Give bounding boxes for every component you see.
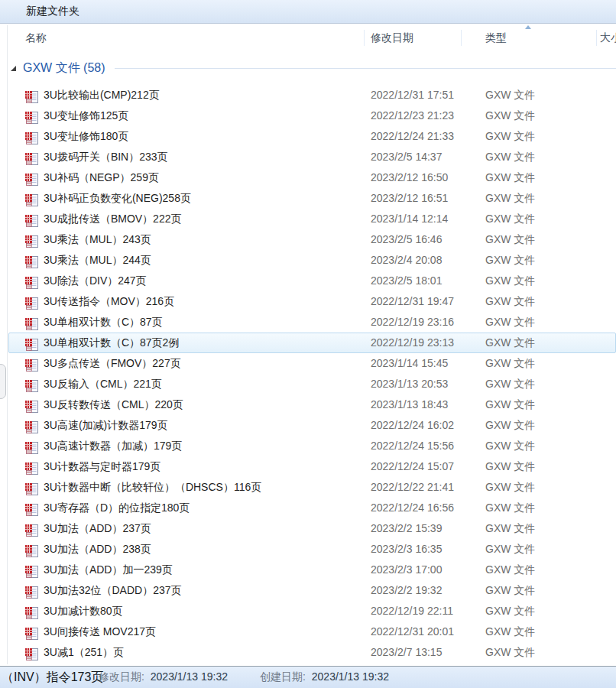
file-name: 3U反输入（CML）221页 — [44, 375, 162, 394]
file-modified-date: 2023/2/7 13:15 — [371, 643, 442, 662]
file-type: GXW 文件 — [485, 209, 535, 229]
group-header[interactable]: GXW 文件 (58) — [0, 55, 616, 81]
address-bar[interactable]: 新建文件夹 — [0, 0, 616, 24]
file-type: GXW 文件 — [485, 498, 535, 518]
breadcrumb-folder[interactable]: 新建文件夹 — [26, 5, 79, 18]
file-row[interactable]: 3U单相双计数（C）87页 2022/12/19 23:16 GXW 文件 — [8, 312, 616, 333]
file-row[interactable]: 3U乘法（MUL）244页 2023/2/4 20:08 GXW 文件 — [8, 250, 616, 271]
group-header-label[interactable]: GXW 文件 (58) — [23, 60, 105, 76]
file-row[interactable]: 3U计数器与定时器179页 2022/12/24 15:07 GXW 文件 — [8, 456, 616, 477]
file-row[interactable]: 3U反转数传送（CML）220页 2023/1/13 18:43 GXW 文件 — [8, 394, 616, 415]
column-header-type[interactable]: 类型 — [485, 24, 507, 50]
file-modified-date: 2023/2/2 19:32 — [371, 581, 442, 600]
file-type: GXW 文件 — [485, 375, 535, 394]
file-row[interactable]: 3U单相双计数（C）87页2例 2022/12/19 23:13 GXW 文件 — [8, 333, 616, 353]
file-row[interactable]: 3U加法（ADD）加一239页 2023/2/3 17:00 GXW 文件 — [8, 560, 616, 580]
file-row[interactable]: 3U拨码开关（BIN）233页 2023/2/5 14:37 GXW 文件 — [8, 147, 616, 167]
sort-ascending-icon — [525, 25, 531, 29]
file-name: 3U变址修饰180页 — [44, 127, 128, 146]
file-row[interactable]: 3U高速计数器（加减）179页 2022/12/24 15:56 GXW 文件 — [8, 436, 616, 456]
column-header-modified[interactable]: 修改日期 — [371, 24, 413, 50]
file-row[interactable]: 3U加法32位（DADD）237页 2023/2/2 19:32 GXW 文件 — [8, 580, 616, 601]
column-divider[interactable] — [364, 30, 365, 46]
file-name: 3U计数器中断（比较轩位）（DHSCS）116页 — [44, 478, 261, 497]
gxw-file-icon — [25, 399, 38, 411]
file-row[interactable]: 3U加减计数80页 2022/12/19 22:11 GXW 文件 — [8, 601, 616, 621]
file-type: GXW 文件 — [485, 519, 535, 538]
file-row[interactable]: 3U补码（NEGP）259页 2023/2/12 16:50 GXW 文件 — [8, 167, 616, 188]
gxw-file-icon — [25, 358, 38, 370]
file-name: 3U加法32位（DADD）237页 — [44, 581, 182, 600]
file-modified-date: 2022/12/31 20:01 — [371, 622, 454, 641]
gxw-file-icon — [25, 213, 38, 226]
file-type: GXW 文件 — [485, 478, 535, 497]
file-type: GXW 文件 — [485, 313, 535, 332]
gxw-file-icon — [25, 378, 38, 391]
file-name: 3U高速(加减)计数器179页 — [44, 416, 168, 435]
file-row[interactable]: 3U间接传送 MOV217页 2022/12/31 20:01 GXW 文件 — [8, 621, 616, 642]
gxw-file-icon — [25, 275, 38, 287]
file-name: 3U成批传送（BMOV）222页 — [44, 209, 181, 229]
file-row[interactable]: 3U反输入（CML）221页 2023/1/13 20:53 GXW 文件 — [8, 374, 616, 394]
file-row[interactable]: 3U加法（ADD）237页 2023/2/2 15:39 GXW 文件 — [8, 518, 616, 539]
file-modified-date: 2022/12/23 21:23 — [371, 106, 454, 125]
file-row[interactable]: 3U传送指令（MOV）216页 2022/12/31 19:47 GXW 文件 — [8, 291, 616, 312]
gxw-file-icon — [25, 172, 38, 184]
file-name: 3U单相双计数（C）87页2例 — [44, 333, 179, 352]
file-row[interactable]: 3U除法（DIV）247页 2023/2/5 18:01 GXW 文件 — [8, 271, 616, 291]
file-type: GXW 文件 — [485, 354, 535, 373]
file-name: 3U高速计数器（加减）179页 — [44, 436, 182, 456]
file-modified-date: 2023/1/14 15:45 — [371, 354, 448, 373]
file-row[interactable]: 3U寄存器（D）的位指定180页 2022/12/24 16:56 GXW 文件 — [8, 498, 616, 518]
gxw-file-icon — [25, 461, 38, 473]
gxw-file-icon — [25, 234, 38, 246]
file-type: GXW 文件 — [485, 230, 535, 249]
file-modified-date: 2023/1/14 12:14 — [371, 209, 448, 229]
column-divider[interactable] — [596, 30, 597, 46]
column-divider[interactable] — [461, 30, 462, 46]
gxw-file-icon — [25, 316, 38, 329]
file-modified-date: 2022/12/24 15:56 — [371, 436, 454, 456]
gxw-file-icon — [25, 89, 38, 102]
gxw-file-icon — [25, 544, 38, 556]
gxw-file-icon — [25, 626, 38, 638]
file-row[interactable]: 3U减1（251）页 2023/2/7 13:15 GXW 文件 — [8, 642, 616, 663]
column-header-name[interactable]: 名称 — [25, 24, 47, 50]
file-row[interactable]: 3U变址修饰125页 2022/12/23 21:23 GXW 文件 — [8, 105, 616, 126]
created-date-label: 创建日期: — [260, 670, 306, 683]
file-modified-date: 2022/12/19 23:16 — [371, 313, 454, 332]
file-row[interactable]: 3U计数器中断（比较轩位）（DHSCS）116页 2022/12/22 21:4… — [8, 477, 616, 498]
column-header-size[interactable]: 大小 — [600, 24, 616, 50]
group-expand-triangle-icon[interactable] — [11, 66, 16, 71]
file-row[interactable]: 3U补码正负数变化(NEG)258页 2023/2/12 16:51 GXW 文… — [8, 188, 616, 209]
left-pane-divider — [7, 25, 8, 664]
file-modified-date: 2023/2/4 20:08 — [371, 251, 442, 270]
left-scrollbar-thumb[interactable] — [0, 364, 6, 399]
file-row[interactable]: 3U比较输出(CMP)212页 2022/12/31 17:51 GXW 文件 — [8, 85, 616, 105]
file-modified-date: 2023/2/12 16:51 — [371, 189, 448, 208]
gxw-file-icon — [25, 110, 38, 122]
modified-date-value: 2023/1/13 19:32 — [151, 670, 228, 683]
file-name: 3U乘法（MUL）243页 — [44, 230, 151, 249]
gxw-file-icon — [25, 605, 38, 618]
file-row[interactable]: 3U成批传送（BMOV）222页 2023/1/14 12:14 GXW 文件 — [8, 209, 616, 229]
file-modified-date: 2022/12/31 17:51 — [371, 86, 454, 105]
gxw-file-icon — [25, 193, 38, 205]
file-name: 3U除法（DIV）247页 — [44, 271, 147, 290]
gxw-file-icon — [25, 440, 38, 453]
file-row[interactable]: 3U高速(加减)计数器179页 2022/12/24 16:02 GXW 文件 — [8, 415, 616, 436]
file-type: GXW 文件 — [485, 271, 535, 290]
file-type: GXW 文件 — [485, 436, 535, 456]
modified-date-field: 修改日期: 2023/1/13 19:32 — [99, 667, 228, 687]
file-row[interactable]: 3U加法（ADD）238页 2023/2/3 16:35 GXW 文件 — [8, 539, 616, 560]
file-type: GXW 文件 — [485, 148, 535, 167]
file-row[interactable]: 3U变址修饰180页 2022/12/24 21:33 GXW 文件 — [8, 126, 616, 147]
group-header-rule — [115, 68, 616, 69]
file-type: GXW 文件 — [485, 292, 535, 311]
file-type: GXW 文件 — [485, 416, 535, 435]
file-name: 3U减1（251）页 — [44, 643, 124, 662]
file-modified-date: 2023/2/3 16:35 — [371, 540, 442, 559]
file-type: GXW 文件 — [485, 643, 535, 662]
file-row[interactable]: 3U多点传送（FMOV）227页 2023/1/14 15:45 GXW 文件 — [8, 353, 616, 374]
file-row[interactable]: 3U乘法（MUL）243页 2023/2/5 16:46 GXW 文件 — [8, 229, 616, 250]
